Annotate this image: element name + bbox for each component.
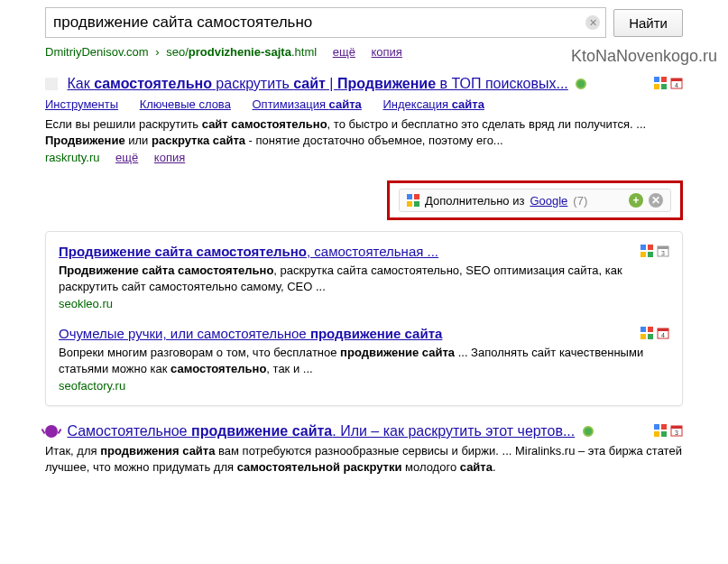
- svg-rect-20: [640, 334, 646, 339]
- url-domain: seokleo.ru: [59, 297, 113, 310]
- svg-text:3: 3: [661, 250, 665, 256]
- sitelink[interactable]: Индексация сайта: [382, 97, 484, 111]
- result-title-link[interactable]: Очумелые ручки, или самостоятельное прод…: [59, 326, 442, 341]
- svg-rect-25: [654, 424, 659, 430]
- svg-rect-11: [640, 245, 646, 250]
- sitelink[interactable]: Оптимизация сайта: [252, 97, 361, 111]
- url-domain: raskruty.ru: [45, 151, 99, 164]
- svg-rect-19: [648, 327, 653, 332]
- result-title: Как самостоятельно раскрутить сайт | Про…: [45, 75, 683, 94]
- close-icon[interactable]: ✕: [649, 193, 663, 208]
- google-results-panel: 3 Продвижение сайта самостоятельно, само…: [45, 231, 683, 406]
- google-more-count: (7): [573, 194, 587, 208]
- google-icon: [654, 77, 667, 89]
- result-title-link[interactable]: Самостоятельное продвижение сайта. Или –…: [67, 423, 575, 439]
- google-icon: [654, 424, 667, 437]
- sitelink[interactable]: Ключевые слова: [140, 97, 231, 111]
- search-input[interactable]: [46, 8, 585, 37]
- calendar-icon: 4: [657, 327, 669, 339]
- result-url: DmitriyDenisov.com › seo/prodvizhenie-sa…: [45, 45, 683, 59]
- svg-rect-5: [671, 79, 682, 81]
- sitelinks: Инструменты Ключевые слова Оптимизация с…: [45, 97, 683, 111]
- result-title: Продвижение сайта самостоятельно, самост…: [59, 243, 669, 261]
- svg-rect-12: [648, 245, 653, 250]
- url-path: seo/: [166, 45, 189, 59]
- svg-rect-28: [661, 431, 667, 437]
- google-source-link[interactable]: Google: [530, 194, 567, 208]
- result-url: raskruty.ru ещё копия: [45, 151, 683, 164]
- url-separator: ›: [155, 45, 159, 59]
- svg-rect-10: [414, 201, 419, 207]
- result-icons: 3: [654, 424, 683, 437]
- copy-link[interactable]: копия: [372, 45, 402, 59]
- calendar-icon: 3: [657, 245, 669, 257]
- search-result: 3 Продвижение сайта самостоятельно, само…: [59, 243, 669, 310]
- svg-rect-13: [640, 252, 646, 257]
- bug-favicon-icon: [45, 425, 58, 438]
- status-badge-icon: [583, 426, 594, 437]
- svg-rect-21: [648, 334, 653, 339]
- result-url: seokleo.ru: [59, 297, 669, 310]
- google-icon: [640, 245, 653, 257]
- google-more-inner: Дополнительно из Google (7) + ✕: [399, 189, 671, 212]
- more-link[interactable]: ещё: [115, 151, 138, 164]
- result-url: seofactory.ru: [59, 379, 669, 393]
- svg-rect-0: [654, 77, 659, 82]
- search-bar: ✕ Найти: [0, 0, 728, 45]
- search-result: 4 Как самостоятельно раскрутить сайт | П…: [45, 75, 683, 164]
- svg-rect-8: [414, 194, 419, 199]
- url-path-bold: prodvizhenie-sajta: [189, 45, 291, 59]
- copy-link[interactable]: копия: [154, 151, 185, 164]
- favicon-icon: [45, 78, 58, 90]
- svg-text:3: 3: [675, 430, 678, 436]
- svg-rect-26: [661, 424, 667, 430]
- svg-rect-1: [661, 77, 667, 82]
- google-more-box: Дополнительно из Google (7) + ✕: [387, 180, 683, 220]
- search-button[interactable]: Найти: [613, 9, 683, 37]
- search-result: 4 Очумелые ручки, или самостоятельное пр…: [59, 325, 669, 393]
- calendar-icon: 3: [670, 424, 683, 437]
- svg-rect-3: [661, 84, 667, 89]
- svg-rect-7: [407, 194, 412, 199]
- search-input-wrap: ✕: [45, 7, 606, 38]
- result-title: Очумелые ручки, или самостоятельное прод…: [59, 325, 669, 343]
- result-title-link[interactable]: Как самостоятельно раскрутить сайт | Про…: [67, 76, 567, 91]
- svg-rect-2: [654, 84, 659, 89]
- svg-rect-30: [671, 426, 682, 429]
- svg-rect-18: [640, 327, 646, 332]
- result-icons: 4: [640, 327, 669, 339]
- url-domain: DmitriyDenisov.com: [45, 45, 149, 59]
- results-list: DmitriyDenisov.com › seo/prodvizhenie-sa…: [0, 45, 728, 510]
- search-result: 3 Самостоятельное продвижение сайта. Или…: [45, 422, 683, 476]
- svg-rect-16: [658, 246, 668, 249]
- svg-rect-27: [654, 431, 659, 437]
- svg-rect-9: [407, 201, 412, 207]
- google-more-label: Дополнительно из: [425, 194, 524, 208]
- result-icons: 4: [654, 77, 683, 89]
- more-link[interactable]: ещё: [333, 45, 355, 59]
- sitelink[interactable]: Инструменты: [45, 97, 118, 111]
- svg-rect-23: [658, 328, 668, 331]
- result-title-link[interactable]: Продвижение сайта самостоятельно, самост…: [59, 244, 438, 259]
- svg-text:4: 4: [661, 332, 665, 338]
- status-badge-icon: [576, 79, 586, 89]
- result-title: Самостоятельное продвижение сайта. Или –…: [45, 422, 683, 441]
- result-snippet: Вопреки многим разговорам о том, что бес…: [59, 345, 669, 377]
- expand-icon[interactable]: +: [629, 193, 643, 208]
- clear-search-icon[interactable]: ✕: [585, 15, 600, 30]
- url-domain: seofactory.ru: [59, 379, 125, 393]
- url-ext: .html: [291, 45, 317, 59]
- calendar-icon: 4: [670, 77, 683, 89]
- result-snippet: Если вы решили раскрутить сайт самостоят…: [45, 116, 683, 149]
- svg-text:4: 4: [675, 82, 678, 88]
- search-result: DmitriyDenisov.com › seo/prodvizhenie-sa…: [45, 45, 683, 59]
- result-snippet: Продвижение сайта самостоятельно, раскру…: [59, 263, 669, 295]
- google-icon: [640, 327, 653, 339]
- svg-rect-14: [648, 252, 653, 257]
- result-icons: 3: [640, 245, 669, 257]
- google-icon: [407, 194, 419, 207]
- result-snippet: Итак, для продвижения сайта вам потребую…: [45, 443, 683, 476]
